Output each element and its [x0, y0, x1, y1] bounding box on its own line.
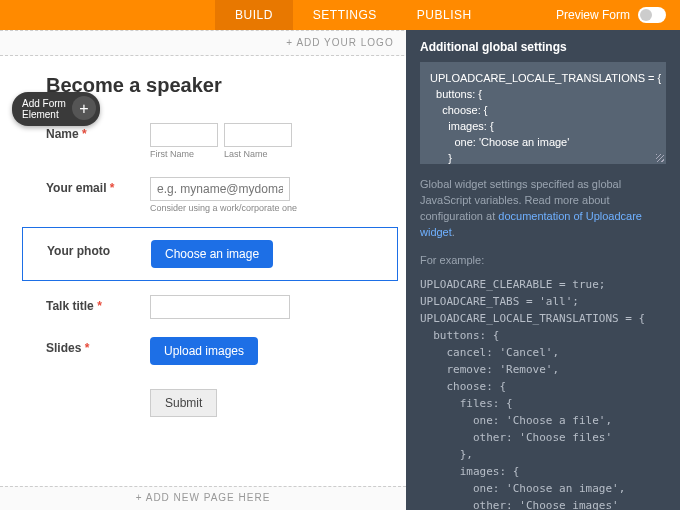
choose-image-button[interactable]: Choose an image — [151, 240, 273, 268]
preview-form-label: Preview Form — [556, 8, 630, 22]
preview-toggle[interactable] — [638, 7, 666, 23]
add-form-element-button[interactable]: Add FormElement + — [12, 92, 100, 126]
field-slides[interactable]: Slides * Upload images — [46, 337, 376, 365]
form-title: Become a speaker — [46, 74, 376, 97]
add-page-bar[interactable]: + ADD NEW PAGE HERE — [0, 486, 406, 510]
upload-images-button[interactable]: Upload images — [150, 337, 258, 365]
field-name[interactable]: Name * First Name Last Name — [46, 123, 376, 159]
example-label: For example: — [420, 254, 666, 266]
panel-description: Global widget settings specified as glob… — [420, 176, 666, 240]
email-label: Your email * — [46, 177, 150, 195]
code-textarea[interactable]: UPLOADCARE_LOCALE_TRANSLATIONS = { butto… — [420, 62, 666, 164]
panel-title: Additional global settings — [420, 40, 666, 54]
email-input[interactable] — [150, 177, 290, 201]
resize-handle-icon[interactable] — [656, 154, 664, 162]
last-name-input[interactable] — [224, 123, 292, 147]
tab-publish[interactable]: PUBLISH — [397, 0, 492, 30]
settings-panel: Additional global settings UPLOADCARE_LO… — [406, 30, 680, 510]
photo-label: Your photo — [47, 240, 151, 258]
first-name-input[interactable] — [150, 123, 218, 147]
talk-title-label: Talk title * — [46, 295, 150, 313]
tab-build[interactable]: BUILD — [215, 0, 293, 30]
last-name-sublabel: Last Name — [224, 149, 292, 159]
add-form-element-label: Add FormElement — [22, 98, 66, 120]
field-email[interactable]: Your email * Consider using a work/corpo… — [46, 177, 376, 213]
plus-icon: + — [72, 96, 96, 120]
example-code: UPLOADCARE_CLEARABLE = true; UPLOADCARE_… — [420, 276, 666, 510]
submit-button[interactable]: Submit — [150, 389, 217, 417]
top-bar: BUILD SETTINGS PUBLISH Preview Form — [0, 0, 680, 30]
tab-settings[interactable]: SETTINGS — [293, 0, 397, 30]
talk-title-input[interactable] — [150, 295, 290, 319]
slides-label: Slides * — [46, 337, 150, 355]
email-helper: Consider using a work/corporate one — [150, 203, 376, 213]
header-tabs: BUILD SETTINGS PUBLISH — [215, 0, 492, 30]
field-talk-title[interactable]: Talk title * — [46, 295, 376, 319]
field-photo[interactable]: Your photo Choose an image — [22, 227, 398, 281]
first-name-sublabel: First Name — [150, 149, 218, 159]
